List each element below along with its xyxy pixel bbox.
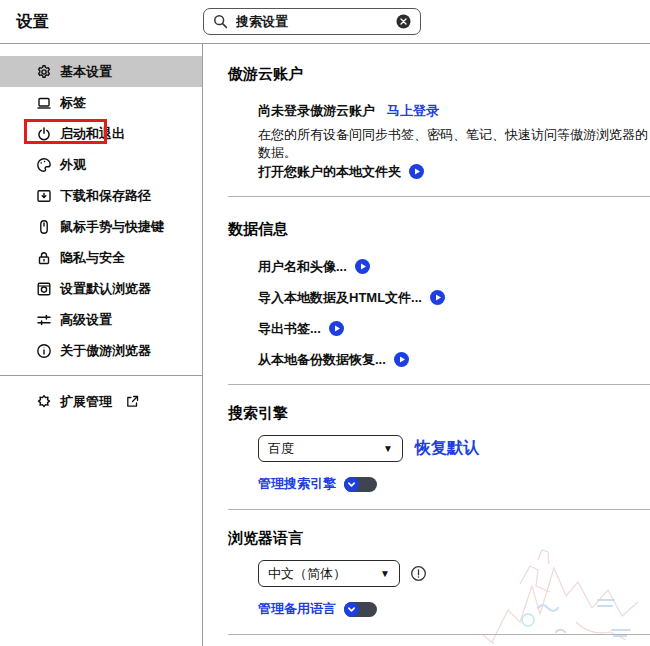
sidebar-item-label: 鼠标手势与快捷键: [60, 218, 164, 236]
clear-icon[interactable]: [396, 14, 411, 29]
sidebar-item-startup-exit[interactable]: 启动和退出: [0, 118, 202, 149]
export-bookmarks-label: 导出书签...: [258, 320, 321, 338]
sidebar-item-label: 下载和保存路径: [60, 187, 151, 205]
section-title: 搜索引擎: [228, 404, 650, 423]
search-engine-dropdown[interactable]: 百度 ▼: [258, 435, 403, 462]
restore-default-link[interactable]: 恢复默认: [415, 438, 479, 459]
open-local-folder-button[interactable]: [409, 164, 424, 179]
manage-alt-languages-toggle[interactable]: [344, 602, 377, 617]
login-now-link[interactable]: 马上登录: [387, 102, 439, 120]
lock-icon: [36, 250, 52, 266]
sidebar-item-mouse-gestures[interactable]: 鼠标手势与快捷键: [0, 211, 202, 242]
sidebar-item-basic-settings[interactable]: 基本设置: [0, 56, 202, 87]
section-title: 浏览器语言: [228, 529, 650, 548]
chevron-down-icon: ▼: [380, 568, 390, 579]
sidebar-item-label: 关于傲游浏览器: [60, 342, 151, 360]
sidebar-item-label: 扩展管理: [60, 393, 112, 411]
language-selected: 中文（简体）: [268, 565, 346, 583]
import-data-button[interactable]: [430, 290, 445, 305]
sidebar-item-label: 基本设置: [60, 63, 112, 81]
sidebar-item-download-path[interactable]: 下载和保存路径: [0, 180, 202, 211]
sidebar-item-label: 启动和退出: [60, 125, 125, 143]
sidebar-item-appearance[interactable]: 外观: [0, 149, 202, 180]
sidebar-item-label: 高级设置: [60, 311, 112, 329]
search-input[interactable]: 搜索设置: [236, 13, 388, 31]
search-box[interactable]: 搜索设置: [203, 8, 421, 35]
power-icon: [36, 126, 52, 142]
tab-icon: [36, 95, 52, 111]
sidebar-item-label: 隐私与安全: [60, 249, 125, 267]
page-title: 设置: [16, 12, 50, 33]
sidebar-item-default-browser[interactable]: 设置默认浏览器: [0, 273, 202, 304]
sidebar-item-extension-manager[interactable]: 扩展管理: [0, 386, 202, 417]
palette-icon: [36, 157, 52, 173]
language-dropdown[interactable]: 中文（简体） ▼: [258, 560, 400, 587]
sidebar-item-label: 外观: [60, 156, 86, 174]
restore-backup-button[interactable]: [394, 352, 409, 367]
gear-icon: [36, 64, 52, 80]
open-local-folder-label: 打开您账户的本地文件夹: [258, 163, 401, 181]
sync-description: 在您的所有设备间同步书签、密码、笔记、快速访问等傲游浏览器的数据。: [258, 126, 650, 162]
language-warning-icon[interactable]: [410, 565, 427, 582]
manage-alt-languages-link[interactable]: 管理备用语言: [258, 600, 336, 618]
username-avatar-button[interactable]: [355, 259, 370, 274]
main-content: 傲游云账户 尚未登录傲游云账户 马上登录 在您的所有设备间同步书签、密码、笔记、…: [204, 44, 650, 646]
section-search-engine: 搜索引擎 百度 ▼ 恢复默认 管理搜索引擎: [228, 385, 650, 510]
manage-search-engines-link[interactable]: 管理搜索引擎: [258, 475, 336, 493]
sidebar-item-tabs[interactable]: 标签: [0, 87, 202, 118]
export-bookmarks-button[interactable]: [329, 321, 344, 336]
sidebar-item-label: 标签: [60, 94, 86, 112]
section-browser-language: 浏览器语言 中文（简体） ▼ 管理备用语言: [228, 510, 650, 635]
sliders-icon: [36, 312, 52, 328]
section-cloud-account: 傲游云账户 尚未登录傲游云账户 马上登录 在您的所有设备间同步书签、密码、笔记、…: [228, 44, 650, 197]
import-data-label: 导入本地数据及HTML文件...: [258, 289, 422, 307]
section-data-info: 数据信息 用户名和头像... 导入本地数据及HTML文件... 导出书签...: [228, 197, 650, 385]
search-engine-selected: 百度: [268, 440, 294, 458]
download-folder-icon: [36, 188, 52, 204]
sidebar-divider: [0, 375, 202, 376]
manage-search-engines-toggle[interactable]: [344, 477, 377, 492]
mouse-icon: [36, 219, 52, 235]
puzzle-icon: [36, 394, 52, 410]
section-title: 数据信息: [228, 220, 650, 239]
section-title: 傲游云账户: [228, 65, 650, 84]
info-icon: [36, 343, 52, 359]
sidebar-item-privacy-security[interactable]: 隐私与安全: [0, 242, 202, 273]
chevron-down-icon: ▼: [383, 443, 393, 454]
sidebar-item-about[interactable]: 关于傲游浏览器: [0, 335, 202, 366]
top-bar: 设置 搜索设置: [0, 0, 650, 44]
settings-window: 设置 搜索设置 基本设置 标签: [0, 0, 650, 646]
login-status-text: 尚未登录傲游云账户: [258, 102, 375, 120]
username-avatar-label: 用户名和头像...: [258, 258, 347, 276]
sidebar-item-advanced-settings[interactable]: 高级设置: [0, 304, 202, 335]
external-link-icon: [126, 395, 139, 408]
sidebar-item-label: 设置默认浏览器: [60, 280, 151, 298]
browser-icon: [36, 281, 52, 297]
sidebar: 基本设置 标签 启动和退出 外观 下载和保存路径: [0, 44, 203, 646]
search-icon: [213, 14, 228, 29]
restore-backup-label: 从本地备份数据恢复...: [258, 351, 386, 369]
